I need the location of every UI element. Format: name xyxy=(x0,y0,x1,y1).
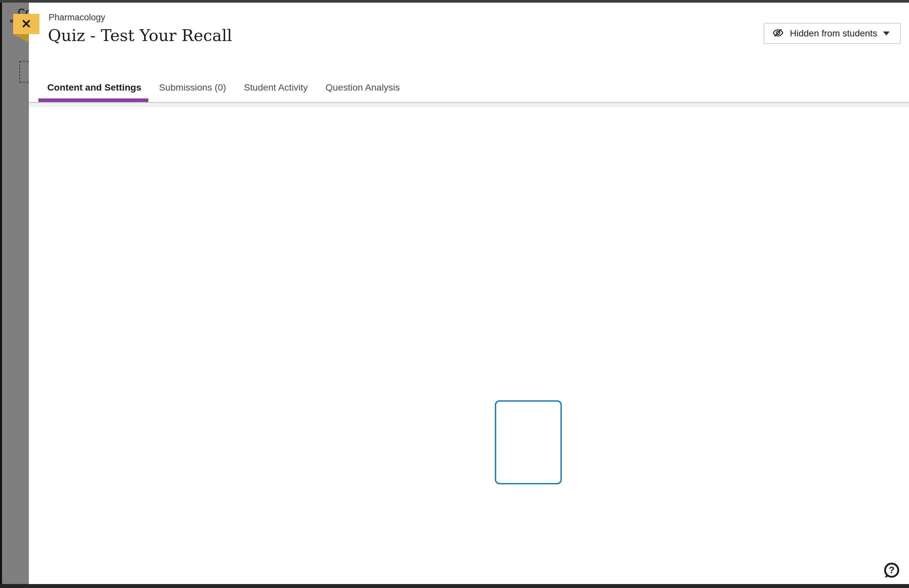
bottom-overlay-strip xyxy=(0,584,909,588)
page-title: Quiz - Test Your Recall xyxy=(48,26,232,45)
active-tab-underline xyxy=(39,99,149,102)
breadcrumb: Pharmacology xyxy=(48,13,105,23)
top-overlay-strip xyxy=(0,0,909,3)
eye-slash-icon xyxy=(772,27,784,40)
tab-student-activity[interactable]: Student Activity xyxy=(235,77,316,98)
chevron-down-icon xyxy=(883,31,890,36)
close-button[interactable] xyxy=(13,14,39,34)
tab-content-and-settings[interactable]: Content and Settings xyxy=(39,77,150,98)
tab-bar: Content and Settings Submissions (0) Stu… xyxy=(39,77,408,98)
tab-submissions[interactable]: Submissions (0) xyxy=(150,77,235,98)
quiz-editor-page: Co Pharmacology Quiz - Test Your Recall … xyxy=(0,0,909,588)
tab-question-analysis[interactable]: Question Analysis xyxy=(316,77,409,98)
svg-text:?: ? xyxy=(889,565,894,575)
close-icon xyxy=(21,17,32,31)
visibility-label: Hidden from students xyxy=(790,28,877,39)
visibility-dropdown[interactable]: Hidden from students xyxy=(764,23,901,44)
help-icon[interactable]: ? xyxy=(882,562,901,582)
header-substrip xyxy=(29,103,909,107)
background-dashed-outline xyxy=(19,61,29,83)
background-overlay: Co xyxy=(2,3,29,588)
